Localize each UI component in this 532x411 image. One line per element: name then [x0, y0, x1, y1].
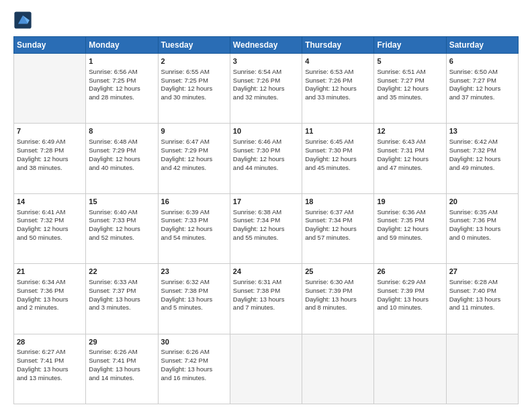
day-info-line: and 35 minutes.: [377, 93, 423, 101]
day-info-line: Sunset: 7:36 PM: [17, 287, 64, 294]
day-number: 13: [449, 126, 515, 136]
calendar-cell: 26Sunrise: 6:29 AMSunset: 7:39 PMDayligh…: [374, 264, 446, 334]
header: [13, 11, 519, 30]
calendar-cell: 22Sunrise: 6:33 AMSunset: 7:37 PMDayligh…: [86, 264, 158, 334]
day-info-line: and 8 minutes.: [305, 304, 347, 311]
logo: [13, 11, 35, 30]
day-info-line: Daylight: 13 hours: [161, 295, 213, 303]
day-number: 5: [377, 56, 443, 66]
calendar-cell: 30Sunrise: 6:26 AMSunset: 7:42 PMDayligh…: [158, 334, 230, 404]
day-info-line: and 40 minutes.: [89, 164, 134, 171]
day-info-line: Daylight: 13 hours: [89, 365, 140, 373]
day-info-line: Sunset: 7:39 PM: [305, 287, 352, 294]
day-info-line: and 42 minutes.: [161, 164, 207, 171]
day-info-line: and 52 minutes.: [89, 234, 134, 241]
calendar-cell: 2Sunrise: 6:55 AMSunset: 7:25 PMDaylight…: [158, 54, 230, 124]
calendar-cell: 21Sunrise: 6:34 AMSunset: 7:36 PMDayligh…: [14, 264, 86, 334]
day-info-line: Sunset: 7:32 PM: [449, 146, 496, 154]
day-info-line: Daylight: 12 hours: [449, 85, 501, 92]
day-info-line: Sunrise: 6:51 AM: [377, 68, 425, 75]
day-number: 1: [89, 56, 154, 66]
day-info-line: Daylight: 12 hours: [377, 155, 429, 163]
calendar-cell: 13Sunrise: 6:42 AMSunset: 7:32 PMDayligh…: [446, 124, 518, 193]
calendar-cell: 1Sunrise: 6:56 AMSunset: 7:25 PMDaylight…: [86, 54, 158, 124]
day-number: 23: [161, 267, 227, 277]
day-info-line: Sunset: 7:30 PM: [305, 146, 352, 154]
day-number: 4: [305, 56, 371, 66]
calendar-header-wednesday: Wednesday: [230, 37, 302, 54]
day-info-line: Daylight: 12 hours: [89, 225, 140, 232]
day-info-line: Sunrise: 6:31 AM: [233, 278, 281, 285]
day-info-line: Sunrise: 6:49 AM: [17, 138, 65, 145]
day-info-line: Daylight: 12 hours: [233, 155, 285, 163]
day-info-line: Sunset: 7:33 PM: [161, 216, 208, 224]
day-info-line: and 49 minutes.: [449, 164, 495, 171]
day-number: 12: [377, 126, 443, 136]
day-info-line: Sunrise: 6:41 AM: [17, 208, 65, 216]
day-info-line: Sunrise: 6:26 AM: [89, 348, 137, 355]
day-info-line: and 10 minutes.: [377, 304, 423, 311]
day-info-line: Sunrise: 6:56 AM: [89, 68, 137, 75]
day-info-line: Sunset: 7:34 PM: [233, 216, 280, 224]
day-number: 17: [233, 197, 299, 207]
day-info-line: Sunrise: 6:33 AM: [89, 278, 137, 285]
calendar-header-thursday: Thursday: [302, 37, 374, 54]
day-info-line: Sunrise: 6:50 AM: [449, 68, 498, 75]
day-info-line: Sunrise: 6:38 AM: [233, 208, 281, 216]
day-info-line: Sunrise: 6:46 AM: [233, 138, 281, 145]
day-info-line: Sunset: 7:29 PM: [161, 146, 208, 154]
calendar-header-sunday: Sunday: [14, 37, 86, 54]
calendar-week-row: 21Sunrise: 6:34 AMSunset: 7:36 PMDayligh…: [14, 264, 519, 334]
day-number: 10: [233, 126, 299, 136]
calendar: SundayMondayTuesdayWednesdayThursdayFrid…: [13, 36, 519, 404]
calendar-cell: 10Sunrise: 6:46 AMSunset: 7:30 PMDayligh…: [230, 124, 302, 193]
calendar-cell: 20Sunrise: 6:35 AMSunset: 7:36 PMDayligh…: [446, 193, 518, 263]
day-number: 11: [305, 126, 371, 136]
day-info-line: and 37 minutes.: [449, 93, 495, 101]
day-info-line: Sunset: 7:28 PM: [17, 146, 64, 154]
day-info-line: Daylight: 12 hours: [161, 155, 213, 163]
day-info-line: Sunset: 7:33 PM: [89, 216, 136, 224]
day-info-line: Sunrise: 6:39 AM: [161, 208, 210, 216]
day-info-line: Sunrise: 6:26 AM: [161, 348, 210, 355]
calendar-header-saturday: Saturday: [446, 37, 518, 54]
day-info-line: Sunset: 7:26 PM: [305, 77, 352, 84]
day-info-line: Sunrise: 6:35 AM: [449, 208, 498, 216]
day-info-line: Daylight: 12 hours: [305, 85, 357, 92]
day-number: 8: [89, 126, 154, 136]
day-info-line: Sunrise: 6:32 AM: [161, 278, 210, 285]
calendar-cell: [446, 334, 518, 404]
day-info-line: Daylight: 12 hours: [233, 225, 285, 232]
day-info-line: and 50 minutes.: [17, 234, 62, 241]
day-info-line: Sunrise: 6:45 AM: [305, 138, 353, 145]
day-info-line: Daylight: 13 hours: [17, 295, 69, 303]
calendar-week-row: 7Sunrise: 6:49 AMSunset: 7:28 PMDaylight…: [14, 124, 519, 193]
calendar-cell: 17Sunrise: 6:38 AMSunset: 7:34 PMDayligh…: [230, 193, 302, 263]
day-info-line: Daylight: 12 hours: [233, 85, 285, 92]
calendar-cell: [302, 334, 374, 404]
day-info-line: Sunrise: 6:40 AM: [89, 208, 137, 216]
day-info-line: Sunrise: 6:54 AM: [233, 68, 281, 75]
day-number: 25: [305, 267, 371, 277]
day-number: 22: [89, 267, 154, 277]
calendar-cell: 11Sunrise: 6:45 AMSunset: 7:30 PMDayligh…: [302, 124, 374, 193]
day-info-line: Daylight: 12 hours: [377, 225, 429, 232]
calendar-cell: 14Sunrise: 6:41 AMSunset: 7:32 PMDayligh…: [14, 193, 86, 263]
day-number: 9: [161, 126, 227, 136]
day-number: 19: [377, 197, 443, 207]
calendar-header-monday: Monday: [86, 37, 158, 54]
day-info-line: Daylight: 12 hours: [89, 85, 140, 92]
calendar-cell: 25Sunrise: 6:30 AMSunset: 7:39 PMDayligh…: [302, 264, 374, 334]
logo-icon: [13, 11, 32, 30]
day-number: 15: [89, 197, 154, 207]
day-info-line: Sunset: 7:34 PM: [305, 216, 352, 224]
calendar-cell: 9Sunrise: 6:47 AMSunset: 7:29 PMDaylight…: [158, 124, 230, 193]
calendar-cell: 19Sunrise: 6:36 AMSunset: 7:35 PMDayligh…: [374, 193, 446, 263]
day-info-line: Sunset: 7:36 PM: [449, 216, 496, 224]
day-number: 7: [17, 126, 83, 136]
day-info-line: and 14 minutes.: [89, 374, 134, 381]
day-number: 2: [161, 56, 227, 66]
calendar-cell: 23Sunrise: 6:32 AMSunset: 7:38 PMDayligh…: [158, 264, 230, 334]
day-info-line: Daylight: 13 hours: [305, 295, 357, 303]
page: SundayMondayTuesdayWednesdayThursdayFrid…: [0, 0, 532, 411]
